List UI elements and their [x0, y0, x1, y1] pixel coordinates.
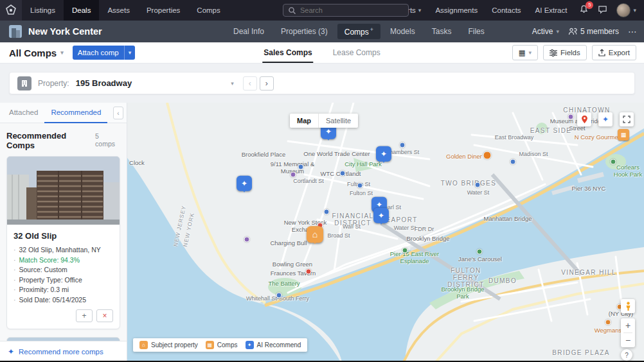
prev-property-button[interactable]: ‹ — [243, 76, 257, 90]
ai-recommend-pin[interactable]: ✦ — [376, 146, 391, 162]
close-icon: × — [102, 311, 107, 320]
comp-detail-text: Match Score: 94.3% — [19, 255, 80, 266]
view-options-button[interactable]: ▦ ▾ — [512, 45, 538, 60]
zoom-control: + − — [621, 318, 635, 347]
ai-recommend-pin[interactable]: ✦ — [237, 176, 252, 191]
chevron-down-icon: ▾ — [529, 49, 532, 56]
nav-item-assets[interactable]: Assets — [99, 0, 138, 21]
nav-item-properties[interactable]: Properties — [138, 0, 188, 21]
messages-button[interactable] — [598, 4, 607, 17]
comp-card[interactable]: 32 Old Slip ·32 Old Slip, Manhattan, NY·… — [6, 156, 120, 329]
dismiss-comp-button[interactable]: × — [96, 309, 113, 322]
ai-recommend-pin[interactable]: ✦ — [373, 208, 389, 223]
sliders-icon — [550, 49, 557, 56]
tab-files[interactable]: Files — [461, 24, 491, 39]
comp-pin[interactable]: ▦ — [618, 129, 629, 141]
zoom-out-button[interactable]: − — [621, 333, 635, 347]
sidebar-collapse-button[interactable]: ‹ — [113, 107, 123, 119]
deal-tabs: Deal InfoProperties (3)Comps+ModelsTasks… — [226, 21, 492, 42]
museum-poi-icon — [244, 237, 250, 243]
export-icon — [598, 49, 605, 56]
search-icon — [288, 6, 296, 17]
transit-poi-icon — [276, 293, 282, 298]
map-legend: ⌂Subject property▦Comps✦AI Recommend — [133, 338, 307, 352]
property-select[interactable]: 195 Broadway ▾ — [76, 78, 234, 88]
members-label: 5 members — [580, 27, 619, 36]
nav-item-deals[interactable]: Deals — [64, 0, 99, 21]
tab-deal-info[interactable]: Deal Info — [226, 24, 271, 39]
fields-label: Fields — [560, 49, 580, 56]
tab-properties-3[interactable]: Properties (3) — [274, 24, 335, 39]
recommend-more-link[interactable]: ✦ Recommend more comps — [0, 341, 127, 362]
sidebar-tab-recommended[interactable]: Recommended — [44, 108, 107, 123]
comp-detail-text: 32 Old Slip, Manhattan, NY — [19, 245, 101, 255]
avatar — [616, 3, 631, 17]
sidebar-tab-attached[interactable]: Attached — [3, 108, 44, 123]
comps-tabs: Sales CompsLease Comps — [262, 42, 381, 63]
help-icon: ? — [625, 352, 629, 359]
members-button[interactable]: 5 members — [568, 27, 619, 36]
chevron-down-icon: ▾ — [125, 49, 136, 56]
street-view-pegman[interactable] — [621, 299, 635, 313]
ai-recommend-toggle-button[interactable]: ✦ — [598, 112, 613, 126]
red-poi-icon — [306, 269, 312, 275]
notification-badge: 5 — [586, 1, 593, 9]
tab-tasks[interactable]: Tasks — [425, 24, 459, 39]
pegman-icon — [625, 302, 632, 311]
nav-item-label: Assignments — [435, 0, 478, 21]
green-poi-icon — [402, 248, 408, 254]
transit-poi-icon — [298, 164, 304, 170]
overflow-menu-button[interactable]: ⋯ — [628, 26, 638, 37]
app-window: ListingsDealsAssetsPropertiesComps Repor… — [0, 0, 644, 362]
tab-models[interactable]: Models — [383, 24, 422, 39]
primary-nav: ListingsDealsAssetsPropertiesComps — [22, 0, 229, 21]
next-property-button[interactable]: › — [260, 76, 274, 90]
chevron-down-icon: ▾ — [556, 28, 559, 35]
attach-comp-button[interactable]: Attach comp ▾ — [73, 46, 135, 60]
nav-item-listings[interactable]: Listings — [22, 0, 64, 21]
deal-thumbnail[interactable] — [9, 25, 22, 38]
comp-detail-text: Source: Custom — [19, 265, 67, 275]
app-logo[interactable] — [0, 0, 22, 21]
notifications-button[interactable]: 5 — [579, 4, 589, 17]
deal-header-right: Active ▾ 5 members ⋯ — [532, 26, 638, 37]
nav-item-comps[interactable]: Comps — [188, 0, 228, 21]
property-selector-card: Property: 195 Broadway ▾ ‹ › — [9, 72, 635, 94]
fullscreen-button[interactable] — [620, 112, 634, 126]
tab-comps[interactable]: Comps+ — [337, 24, 380, 39]
grid-icon: ▦ — [519, 48, 526, 57]
search-input[interactable] — [283, 4, 409, 17]
comp-detail-row: ·Property Type: Office — [13, 275, 113, 286]
zoom-in-button[interactable]: + — [621, 318, 635, 332]
export-button[interactable]: Export — [592, 45, 636, 60]
all-comps-dropdown[interactable]: All Comps ▾ — [9, 47, 64, 58]
show-comps-pins-button[interactable] — [577, 112, 591, 126]
help-button[interactable]: ? — [621, 349, 632, 361]
museum-poi-icon — [291, 172, 296, 178]
nav-item-assignments[interactable]: Assignments — [428, 0, 485, 21]
building-icon — [17, 76, 31, 90]
map-type-map[interactable]: Map — [290, 114, 318, 128]
transit-poi-icon — [324, 209, 330, 215]
deal-status-dropdown[interactable]: Active ▾ — [532, 27, 559, 36]
transit-poi-icon — [340, 171, 346, 177]
tab-sales-comps[interactable]: Sales Comps — [262, 42, 313, 63]
comps-toolbar: All Comps ▾ Attach comp ▾ Sales CompsLea… — [0, 42, 644, 64]
green-poi-icon — [477, 249, 483, 255]
map[interactable]: CHINATOWNEAST SIDETWO BRIDGESFINANCIAL D… — [127, 103, 644, 362]
fields-button[interactable]: Fields — [543, 45, 587, 60]
map-type-satellite[interactable]: Satellite — [318, 114, 358, 128]
tab-lease-comps[interactable]: Lease Comps — [332, 42, 382, 63]
subject-property-pin[interactable]: ⌂ — [307, 226, 323, 243]
bullet-icon: · — [13, 295, 16, 306]
nav-item-contacts[interactable]: Contacts — [485, 0, 528, 21]
food-poi-icon — [605, 320, 611, 325]
export-label: Export — [609, 49, 630, 56]
content-area: AttachedRecommended ‹ Recommended Comps … — [0, 103, 644, 362]
nav-item-ai-extract[interactable]: AI Extract — [528, 0, 575, 21]
comp-title: 32 Old Slip — [13, 231, 113, 241]
comp-photo — [7, 157, 120, 225]
legend-item-subject-property: ⌂Subject property — [139, 341, 198, 349]
user-menu[interactable]: ▾ — [616, 3, 636, 17]
attach-comp-plus-button[interactable]: + — [76, 309, 93, 322]
